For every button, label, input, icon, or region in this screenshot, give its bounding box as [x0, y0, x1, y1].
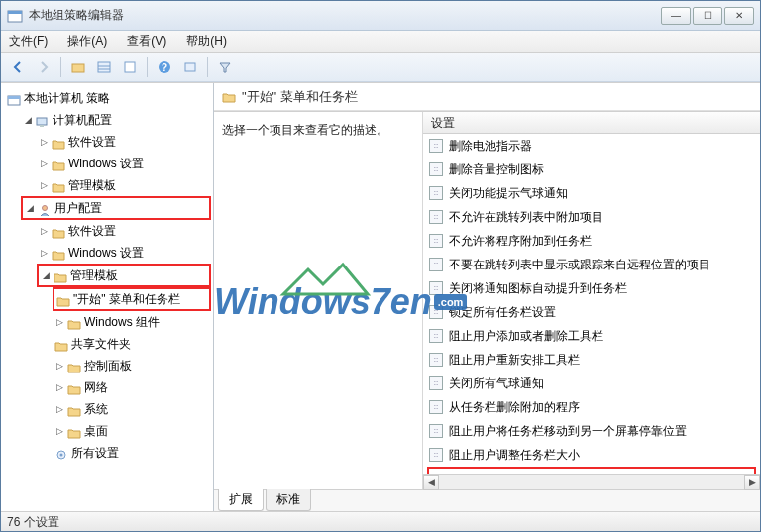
menu-view[interactable]: 查看(V) — [123, 31, 170, 52]
tree-admin-templates[interactable]: ◢ 管理模板 — [37, 264, 211, 287]
setting-label: 关闭功能提示气球通知 — [449, 183, 568, 203]
setting-item[interactable]: ::不要在跳转列表中显示或跟踪来自远程位置的项目 — [423, 253, 760, 276]
expand-icon[interactable]: ▷ — [39, 226, 49, 236]
tree-item[interactable]: 所有设置 — [53, 442, 211, 464]
scroll-right-arrow[interactable]: ▶ — [744, 475, 760, 490]
properties-button[interactable] — [119, 56, 141, 78]
detail-area: Windows7en.com 选择一个项目来查看它的描述。 设置 ::删除电池指… — [214, 111, 760, 489]
tab-standard[interactable]: 标准 — [266, 489, 311, 511]
tree-item[interactable]: ▷Windows 组件 — [53, 311, 211, 333]
setting-item[interactable]: ::阻止用户重新安排工具栏 — [423, 348, 760, 372]
menu-help[interactable]: 帮助(H) — [182, 31, 231, 52]
filter-button[interactable] — [214, 56, 236, 78]
expand-icon[interactable]: ▷ — [39, 159, 49, 168]
svg-rect-6 — [125, 62, 135, 72]
policy-tree: 本地计算机 策略 ◢ 计算机配置 ▷软件设置 — [3, 87, 211, 464]
horizontal-scrollbar[interactable]: ◀ ▶ — [423, 474, 760, 489]
settings-list[interactable]: ::删除电池指示器::删除音量控制图标::关闭功能提示气球通知::不允许在跳转列… — [423, 134, 760, 474]
policy-item-icon: :: — [429, 376, 443, 390]
settings-list-column: 设置 ::删除电池指示器::删除音量控制图标::关闭功能提示气球通知::不允许在… — [422, 112, 760, 489]
minimize-button[interactable]: — — [661, 7, 691, 25]
tab-extended[interactable]: 扩展 — [218, 489, 264, 511]
collapse-icon[interactable]: ◢ — [23, 115, 33, 125]
tree-pane[interactable]: 本地计算机 策略 ◢ 计算机配置 ▷软件设置 — [1, 83, 214, 511]
titlebar: 本地组策略编辑器 — ☐ ✕ — [1, 1, 760, 31]
tree-item[interactable]: ▷控制面板 — [53, 355, 211, 376]
setting-item[interactable]: ::关闭任务栏缩略图 — [427, 467, 756, 474]
back-button[interactable] — [7, 56, 29, 78]
tree-item[interactable]: ▷桌面 — [53, 420, 211, 442]
expand-icon[interactable]: ▷ — [54, 317, 64, 327]
expand-icon[interactable]: ▷ — [54, 404, 64, 414]
view-tabs: 扩展 标准 — [214, 489, 760, 511]
settings-column-header[interactable]: 设置 — [423, 112, 760, 134]
setting-item[interactable]: ::阻止用户添加或者删除工具栏 — [423, 324, 760, 348]
setting-label: 阻止用户将任务栏移动到另一个屏幕停靠位置 — [449, 421, 687, 441]
tree-item[interactable]: ▷Windows 设置 — [37, 153, 211, 174]
expand-icon[interactable]: ▷ — [39, 248, 49, 258]
tree-item[interactable]: ▷网络 — [53, 376, 211, 398]
svg-rect-1 — [8, 11, 22, 14]
setting-label: 阻止用户重新安排工具栏 — [449, 350, 580, 370]
tree-user-config[interactable]: ◢ 用户配置 — [21, 196, 211, 220]
setting-label: 删除音量控制图标 — [449, 160, 544, 179]
setting-item[interactable]: ::关闭将通知图标自动提升到任务栏 — [423, 276, 760, 300]
setting-item[interactable]: ::不允许在跳转列表中附加项目 — [423, 205, 760, 229]
setting-item[interactable]: ::关闭功能提示气球通知 — [423, 181, 760, 205]
setting-item[interactable]: ::从任务栏删除附加的程序 — [423, 395, 760, 419]
expand-icon[interactable]: ▷ — [54, 361, 64, 371]
menu-action[interactable]: 操作(A) — [63, 31, 111, 52]
content-area: 本地计算机 策略 ◢ 计算机配置 ▷软件设置 — [1, 82, 760, 511]
menu-file[interactable]: 文件(F) — [5, 31, 52, 52]
close-button[interactable]: ✕ — [724, 7, 754, 25]
list-button[interactable] — [93, 56, 115, 78]
expand-icon[interactable]: ▷ — [39, 137, 49, 147]
tree-item[interactable]: ▷管理模板 — [37, 174, 211, 196]
forward-button[interactable] — [33, 56, 54, 78]
setting-label: 关闭将通知图标自动提升到任务栏 — [449, 278, 627, 298]
svg-text:?: ? — [162, 62, 167, 73]
tree-label: 软件设置 — [68, 132, 116, 152]
collapse-icon[interactable]: ◢ — [41, 270, 51, 280]
tree-item[interactable]: 共享文件夹 — [53, 333, 211, 355]
setting-item[interactable]: ::删除电池指示器 — [423, 134, 760, 158]
setting-label: 阻止用户添加或者删除工具栏 — [449, 326, 603, 346]
maximize-button[interactable]: ☐ — [693, 7, 722, 25]
expand-icon[interactable]: ▷ — [54, 382, 64, 392]
tree-item[interactable]: ▷系统 — [53, 398, 211, 420]
setting-label: 不允许在跳转列表中附加项目 — [449, 207, 603, 227]
tree-computer-config[interactable]: ◢ 计算机配置 — [21, 109, 211, 131]
folder-button[interactable] — [67, 56, 89, 78]
setting-item[interactable]: ::锁定所有任务栏设置 — [423, 300, 760, 324]
folder-icon — [52, 179, 65, 191]
policy-item-icon: :: — [429, 186, 443, 200]
setting-item[interactable]: ::阻止用户调整任务栏大小 — [423, 443, 760, 467]
toggle-button[interactable] — [179, 56, 201, 78]
help-button[interactable]: ? — [154, 56, 175, 78]
folder-icon — [67, 316, 81, 328]
tree-label: 控制面板 — [84, 356, 132, 375]
setting-item[interactable]: ::关闭所有气球通知 — [423, 372, 760, 395]
status-text: 76 个设置 — [7, 515, 59, 529]
app-window: 本地组策略编辑器 — ☐ ✕ 文件(F) 操作(A) 查看(V) 帮助(H) ? — [0, 0, 761, 532]
tree-item[interactable]: ▷Windows 设置 — [37, 242, 211, 264]
tree-root[interactable]: 本地计算机 策略 — [5, 87, 211, 109]
tree-item[interactable]: ▷软件设置 — [37, 131, 211, 153]
tree-start-menu-taskbar[interactable]: "开始" 菜单和任务栏 — [53, 287, 211, 311]
window-title: 本地组策略编辑器 — [29, 7, 661, 24]
tree-item[interactable]: ▷软件设置 — [37, 220, 211, 242]
collapse-icon[interactable]: ◢ — [25, 203, 35, 213]
setting-label: 从任务栏删除附加的程序 — [449, 397, 580, 417]
policy-item-icon: :: — [429, 329, 443, 343]
tree-label: Windows 组件 — [84, 312, 160, 332]
scroll-left-arrow[interactable]: ◀ — [423, 475, 439, 490]
setting-item[interactable]: ::不允许将程序附加到任务栏 — [423, 229, 760, 253]
setting-item[interactable]: ::删除音量控制图标 — [423, 158, 760, 181]
expand-icon[interactable]: ▷ — [54, 426, 64, 436]
folder-icon — [67, 360, 81, 372]
policy-item-icon: :: — [429, 281, 443, 295]
expand-icon[interactable]: ▷ — [39, 180, 49, 190]
setting-item[interactable]: ::阻止用户将任务栏移动到另一个屏幕停靠位置 — [423, 419, 760, 443]
setting-label: 关闭所有气球通知 — [449, 373, 544, 393]
setting-label: 锁定所有任务栏设置 — [449, 302, 556, 322]
